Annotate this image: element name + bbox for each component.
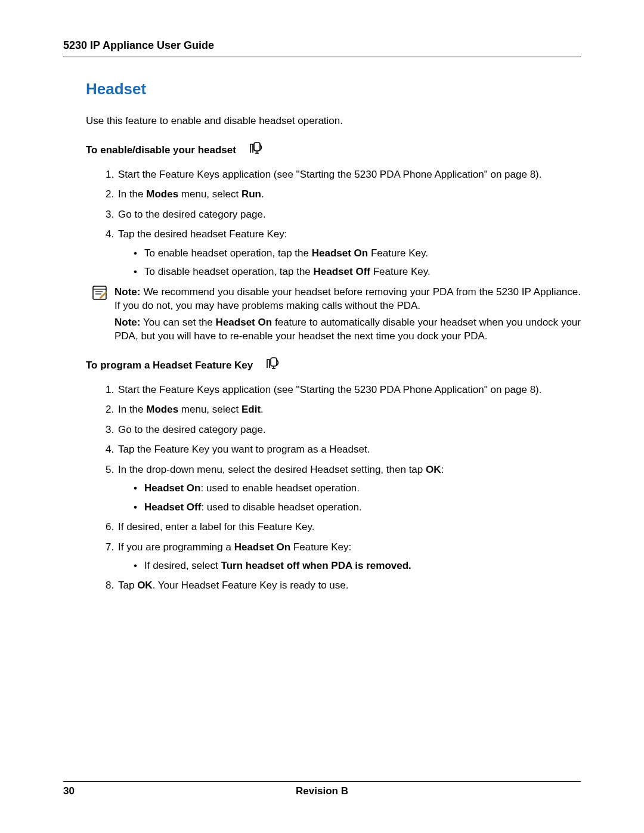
list-item: Tap the Feature Key you want to program …: [117, 442, 581, 456]
list-item: If you are programming a Headset On Feat…: [117, 540, 581, 573]
steps-list-1: Start the Feature Keys application (see …: [86, 168, 581, 279]
svg-rect-3: [93, 286, 106, 299]
list-item: In the Modes menu, select Edit.: [117, 402, 581, 416]
headset-icon: [247, 141, 265, 159]
doc-title: 5230 IP Appliance User Guide: [63, 39, 214, 51]
intro-paragraph: Use this feature to enable and disable h…: [86, 114, 581, 128]
section-heading: Headset: [63, 80, 581, 98]
svg-rect-7: [271, 358, 277, 366]
sub-bullets: If desired, select Turn headset off when…: [118, 559, 581, 572]
list-item: To disable headset operation, tap the He…: [134, 265, 581, 278]
sub-bullets: Headset On: used to enable headset opera…: [118, 481, 581, 514]
note-block: Note: We recommend you disable your head…: [86, 285, 581, 343]
note-text: Note: We recommend you disable your head…: [114, 285, 581, 343]
list-item: Start the Feature Keys application (see …: [117, 168, 581, 181]
footer: Revision B 30: [63, 781, 581, 797]
list-item: Tap OK. Your Headset Feature Key is read…: [117, 578, 581, 592]
note-paragraph-2: Note: You can set the Headset On feature…: [114, 315, 581, 343]
document-page: 5230 IP Appliance User Guide Headset Use…: [0, 0, 644, 833]
steps-list-2: Start the Feature Keys application (see …: [86, 383, 581, 593]
list-item: Start the Feature Keys application (see …: [117, 383, 581, 397]
list-item: Headset On: used to enable headset opera…: [134, 481, 581, 495]
svg-rect-0: [254, 143, 260, 151]
note-paragraph-1: Note: We recommend you disable your head…: [114, 285, 581, 313]
subheading-text: To enable/disable your headset: [86, 143, 236, 157]
list-item: If desired, select Turn headset off when…: [134, 559, 581, 572]
list-item: If desired, enter a label for this Featu…: [117, 520, 581, 534]
subheading-enable-disable: To enable/disable your headset: [86, 141, 581, 159]
subheading-text: To program a Headset Feature Key: [86, 358, 253, 372]
list-item: In the Modes menu, select Run.: [117, 187, 581, 201]
subheading-program-key: To program a Headset Feature Key: [86, 356, 581, 374]
note-icon: [92, 285, 109, 343]
list-item: Headset Off: used to disable headset ope…: [134, 500, 581, 514]
page-number: 30: [63, 785, 75, 797]
headset-icon: [264, 356, 281, 374]
running-header: 5230 IP Appliance User Guide: [63, 39, 581, 57]
sub-bullets: To enable headset operation, tap the Hea…: [118, 246, 581, 279]
list-item: Tap the desired headset Feature Key: To …: [117, 227, 581, 278]
list-item: To enable headset operation, tap the Hea…: [134, 246, 581, 260]
list-item: Go to the desired category page.: [117, 423, 581, 436]
footer-revision: Revision B: [63, 785, 581, 797]
body-content: Use this feature to enable and disable h…: [63, 114, 581, 593]
list-item: Go to the desired category page.: [117, 208, 581, 221]
list-item: In the drop-down menu, select the desire…: [117, 463, 581, 514]
